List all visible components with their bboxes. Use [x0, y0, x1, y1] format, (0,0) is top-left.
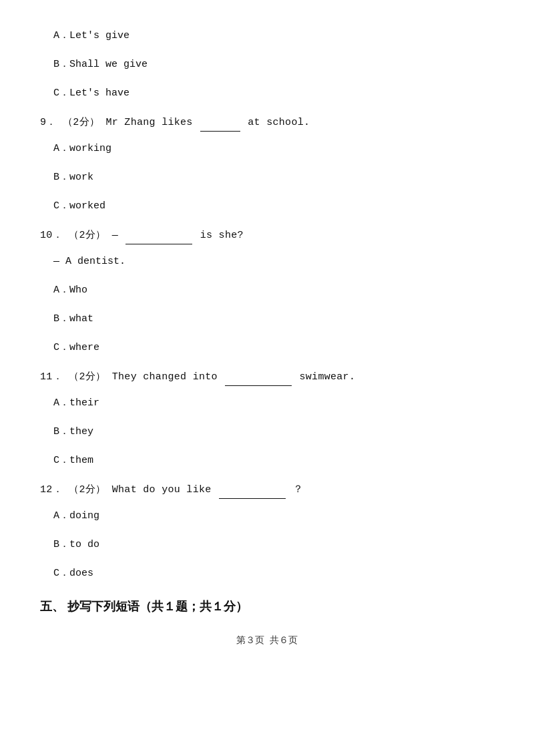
section-5-title: 五、 抄写下列短语（共１题；共１分）: [40, 598, 494, 614]
option-b-shall-we-give: B．Shall we give: [53, 55, 494, 73]
q11-blank: [225, 367, 292, 386]
option-c-them: C．them: [53, 451, 494, 469]
option-b-they: B．they: [53, 423, 494, 441]
question-12: 12． （2分） What do you like ？: [40, 480, 494, 499]
option-a-doing: A．doing: [53, 507, 494, 525]
option-a-lets-give: A．Let's give: [53, 27, 494, 45]
page-number: 第３页 共６页: [40, 634, 494, 646]
option-a-who: A．Who: [53, 281, 494, 299]
q9-blank: [200, 113, 240, 132]
option-c-where: C．where: [53, 339, 494, 357]
option-c-lets-have: C．Let's have: [53, 84, 494, 102]
option-a-working: A．working: [53, 140, 494, 158]
question-9: 9． （2分） Mr Zhang likes at school.: [40, 113, 494, 132]
option-b-work: B．work: [53, 168, 494, 186]
option-b-what: B．what: [53, 310, 494, 328]
option-a-their: A．their: [53, 394, 494, 412]
question-11: 11． （2分） They changed into swimwear.: [40, 367, 494, 386]
q12-blank: [219, 480, 286, 499]
option-b-to-do: B．to do: [53, 536, 494, 554]
option-c-worked: C．worked: [53, 197, 494, 215]
question-10: 10． （2分） — is she?: [40, 226, 494, 244]
q10-blank: [125, 226, 192, 244]
option-c-does: C．does: [53, 564, 494, 582]
q10-answer: — A dentist.: [53, 252, 494, 270]
